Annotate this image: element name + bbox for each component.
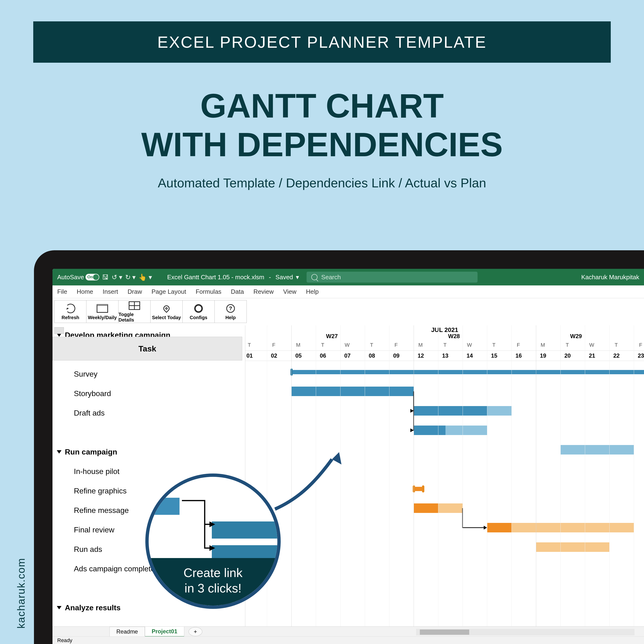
redo-icon[interactable]: ↻ ▾ (125, 273, 136, 281)
menu-insert[interactable]: Insert (103, 288, 118, 295)
svg-marker-5 (332, 452, 341, 464)
autosave-toggle[interactable]: AutoSave On (57, 274, 99, 281)
custom-toolbar: RefreshWeekly/DailyToggle DetailsSelect … (52, 298, 644, 325)
svg-marker-3 (209, 521, 215, 527)
date-label: 08 (368, 352, 376, 359)
date-label: 12 (417, 352, 425, 359)
date-label: 14 (465, 352, 474, 359)
search-icon (311, 274, 317, 280)
task-bar[interactable] (414, 406, 487, 416)
task-column-header: Task (52, 337, 242, 360)
date-label: 13 (441, 352, 450, 359)
task-row[interactable]: Draft ads (52, 403, 245, 423)
week-label: W29 (570, 333, 582, 340)
date-label: 02 (270, 352, 278, 359)
task-bar[interactable] (511, 523, 634, 532)
week-label: W27 (326, 333, 338, 340)
toolbtn-weekly-daily[interactable]: Weekly/Daily (86, 300, 118, 323)
menu-review[interactable]: Review (253, 288, 274, 295)
toolbtn-refresh[interactable]: Refresh (54, 300, 86, 323)
date-label: 21 (588, 352, 596, 359)
date-label: 05 (294, 352, 303, 359)
task-bar[interactable] (414, 503, 438, 513)
save-state-chevron-icon[interactable]: ▾ (296, 274, 299, 281)
summary-bar[interactable] (291, 370, 644, 374)
date-label: 22 (612, 352, 621, 359)
callout-circle: Create link in 3 clicks! (145, 474, 281, 609)
banner-title: EXCEL PROJECT PLANNER TEMPLATE (33, 21, 611, 63)
toolbtn-select-today[interactable]: Select Today (151, 300, 183, 323)
task-bar[interactable] (414, 426, 445, 435)
date-label: 19 (539, 352, 547, 359)
autosave-label: AutoSave (57, 274, 84, 281)
task-bar[interactable] (536, 542, 609, 552)
toggle-icon: On (85, 274, 99, 280)
task-group[interactable]: Run campaign (52, 442, 245, 462)
task-bar[interactable] (487, 523, 511, 532)
save-state: Saved (275, 274, 293, 281)
date-label: 01 (245, 352, 254, 359)
task-row[interactable]: Survey (52, 364, 245, 384)
undo-icon[interactable]: ↺ ▾ (112, 273, 122, 281)
date-label: 20 (563, 352, 572, 359)
date-label: 23 (637, 352, 644, 359)
summary-bar[interactable] (414, 487, 423, 491)
search-placeholder: Search (321, 274, 341, 281)
menu-page-layout[interactable]: Page Layout (152, 288, 186, 295)
chevron-down-icon (57, 450, 62, 454)
menu-help[interactable]: Help (306, 288, 318, 295)
watermark: kacharuk.com (15, 558, 27, 629)
task-row[interactable]: Storyboard (52, 384, 245, 403)
menu-view[interactable]: View (283, 288, 297, 295)
save-icon[interactable]: 🖫 (102, 273, 109, 281)
callout-arrow-icon (268, 450, 349, 516)
menu-formulas[interactable]: Formulas (196, 288, 221, 295)
date-label: 16 (514, 352, 523, 359)
task-bar[interactable] (291, 387, 414, 396)
menu-draw[interactable]: Draw (128, 288, 142, 295)
touch-icon[interactable]: 👆 ▾ (138, 273, 152, 281)
date-label: 06 (319, 352, 327, 359)
task-bar[interactable] (487, 406, 511, 416)
week-label: W28 (448, 333, 460, 340)
subheadline: Automated Template / Dependencies Link /… (0, 175, 644, 190)
headline-line2: WITH DEPENDENCIES (0, 125, 644, 164)
menu-data[interactable]: Data (231, 288, 244, 295)
screen: AutoSave On 🖫 ↺ ▾ ↻ ▾ 👆 ▾ Excel Gantt Ch… (34, 250, 644, 644)
timeline-header: JUL 2021 W27W28W29TFMTWTFMTWTFMTWTFM0102… (245, 325, 644, 362)
sheet-tab-project01[interactable]: Project01 (145, 626, 184, 637)
callout-dependency-icon (182, 492, 225, 559)
menu-home[interactable]: Home (77, 288, 93, 295)
callout-line1: Create link (149, 565, 277, 581)
task-bar[interactable] (438, 503, 463, 513)
headline-line1: GANTT CHART (0, 86, 644, 125)
toolbtn-configs[interactable]: Configs (183, 300, 215, 323)
add-sheet-button[interactable]: + (189, 627, 202, 636)
search-input[interactable]: Search (307, 272, 478, 283)
user-name[interactable]: Kacharuk Marukpitak (581, 274, 639, 281)
excel-titlebar: AutoSave On 🖫 ↺ ▾ ↻ ▾ 👆 ▾ Excel Gantt Ch… (52, 269, 644, 285)
task-bar[interactable] (445, 426, 487, 435)
toolbtn-toggle-details[interactable]: Toggle Details (118, 300, 151, 323)
laptop-mock: AutoSave On 🖫 ↺ ▾ ↻ ▾ 👆 ▾ Excel Gantt Ch… (34, 250, 644, 644)
sheet-tab-readme[interactable]: Readme (109, 627, 145, 637)
headline: GANTT CHART WITH DEPENDENCIES (0, 86, 644, 164)
toolbtn-help[interactable]: ?Help (215, 300, 247, 323)
task-bar[interactable] (560, 445, 634, 455)
date-label: 09 (392, 352, 401, 359)
date-label: 07 (343, 352, 352, 359)
horizontal-scrollbar[interactable] (416, 629, 635, 635)
chevron-down-icon (57, 333, 62, 337)
file-name: Excel Gantt Chart 1.05 - mock.xlsm (167, 274, 264, 281)
menu-file[interactable]: File (57, 288, 67, 295)
chevron-down-icon (57, 606, 62, 609)
ribbon-tabs: FileHomeInsertDrawPage LayoutFormulasDat… (52, 285, 644, 298)
status-bar: Ready (52, 636, 644, 644)
date-label: 15 (490, 352, 498, 359)
collapse-button[interactable] (54, 327, 64, 334)
svg-marker-4 (209, 545, 215, 551)
